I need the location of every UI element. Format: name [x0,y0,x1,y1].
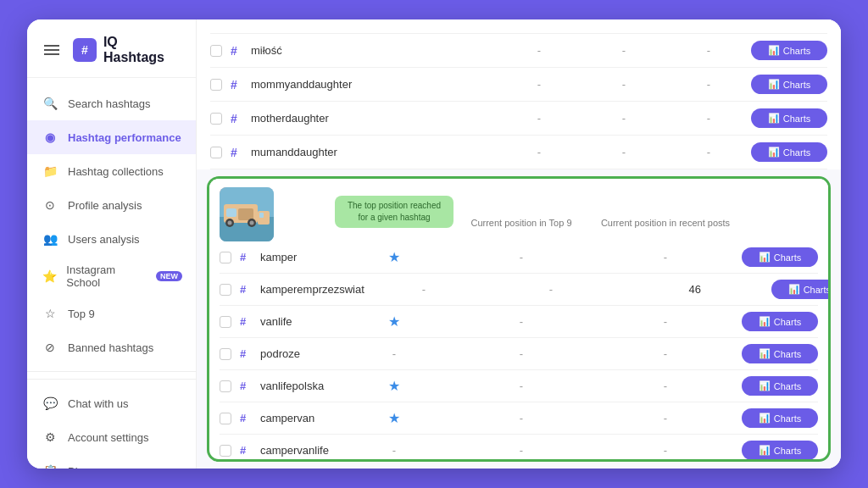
svg-point-6 [228,221,232,225]
charts-button[interactable]: 📊 Charts [742,441,818,460]
charts-button[interactable]: 📊 Charts [751,108,827,128]
sidebar-nav: 🔍 Search hashtags ◉ Hashtag performance … [27,78,196,469]
hamburger-menu[interactable] [41,39,63,61]
row-checkbox[interactable] [220,348,231,360]
sidebar-item-collections[interactable]: 📁 Hashtag collections [27,154,196,188]
row-checkbox[interactable] [220,284,231,296]
sidebar-item-school[interactable]: ⭐ Instagram School NEW [27,256,196,297]
table-row: # podroze - - - 📊 Charts [220,338,818,370]
svg-rect-10 [259,213,264,218]
row-checkbox[interactable] [210,147,222,158]
table-row: # campervan ★ - - 📊 Charts [220,402,818,435]
charts-button[interactable]: 📊 Charts [742,376,818,396]
blog-icon: 📋 [41,462,59,469]
table-row: # miłość - - - 📊 Charts [210,34,827,68]
main-window: # IQ Hashtags 🔍 Search hashtags ◉ Hashta… [27,19,841,469]
row-checkbox[interactable] [210,45,222,57]
sidebar-label-blog: Blog [68,465,90,469]
logo-text: IQ Hashtags [103,35,182,65]
col-recent: - [589,412,742,424]
sidebar-divider [27,371,196,372]
sidebar-label-collections: Hashtag collections [68,165,164,178]
top-rows-header [210,19,827,34]
charts-button[interactable]: 📊 Charts [751,75,827,94]
sidebar-label-profile: Profile analysis [68,199,142,212]
col-dash2: - [581,112,666,125]
school-icon: ⭐ [41,267,58,286]
row-checkbox[interactable] [220,316,231,328]
charts-button[interactable]: 📊 Charts [742,408,818,428]
bar-chart-icon: 📊 [768,79,780,90]
col-top9: - [453,347,589,360]
charts-btn-label: Charts [774,381,801,391]
col-dash2: - [581,44,666,57]
charts-button[interactable]: 📊 Charts [742,247,818,267]
charts-btn-label: Charts [783,80,810,90]
hash-symbol: # [240,380,260,392]
col-dash1: - [497,146,581,158]
col-top9: - [453,251,589,263]
sidebar-label-school: Instagram School [66,263,146,289]
logo-icon: # [73,38,97,62]
row-checkbox[interactable] [220,252,231,263]
col-dash3: - [666,78,751,91]
sidebar-item-account[interactable]: ⚙ Account settings [27,420,196,454]
charts-button[interactable]: 📊 Charts [751,142,827,162]
sidebar-item-users[interactable]: 👥 Users analysis [27,222,196,256]
sidebar-item-banned[interactable]: ⊘ Banned hashtags [27,330,196,364]
col-header-recent: Current position in recent posts [589,218,742,228]
hash-symbol: # [231,78,251,92]
table-row: # kamper ★ - - 📊 Charts [220,241,818,274]
hash-symbol: # [240,412,260,424]
sidebar-label-users: Users analysis [68,233,140,246]
svg-point-8 [250,221,254,225]
hashtag-name: kamper [260,251,335,263]
col-top9: - [453,380,589,392]
sidebar-label-top9: Top 9 [68,308,95,320]
sidebar-item-performance[interactable]: ◉ Hashtag performance [27,120,196,154]
top-rows-area: # miłość - - - 📊 Charts # mommyanddaught… [197,19,841,169]
table-row: # vanlife ★ - - 📊 Charts [220,306,818,338]
bar-chart-icon: 📊 [759,413,771,424]
sidebar-item-profile[interactable]: ⊙ Profile analysis [27,188,196,222]
content-area: # miłość - - - 📊 Charts # mommyanddaught… [197,19,841,469]
row-checkbox[interactable] [210,113,222,125]
table-row: # campervanlife - - - 📊 Charts [220,435,818,462]
charts-btn-label: Charts [804,285,831,295]
logo-area: # IQ Hashtags [27,19,196,78]
charts-btn-label: Charts [774,413,801,424]
sidebar-label-banned: Banned hashtags [68,341,153,354]
bar-chart-icon: 📊 [759,316,771,327]
charts-btn-label: Charts [783,114,810,124]
hashtag-name: motherdaughter [251,112,497,125]
svg-rect-3 [226,208,236,217]
charts-button[interactable]: 📊 Charts [751,41,827,60]
sidebar-item-top9[interactable]: ☆ Top 9 [27,297,196,330]
row-checkbox[interactable] [220,413,231,424]
row-checkbox[interactable] [210,79,222,91]
charts-button[interactable]: 📊 Charts [771,280,831,299]
col-top9: - [483,283,619,296]
performance-icon: ◉ [41,128,59,147]
bar-chart-icon: 📊 [768,147,780,158]
col-top-pos: - [335,347,453,360]
hashtag-name: campervan [260,412,335,424]
svg-rect-4 [238,208,253,220]
star-icon: ★ [335,313,453,330]
hash-symbol: # [231,146,251,159]
col-recent: 46 [619,283,771,296]
col-dash2: - [581,146,666,158]
bar-chart-icon: 📊 [768,45,780,56]
hash-symbol: # [240,444,260,457]
hash-symbol: # [231,112,251,125]
col-recent: - [589,380,742,392]
sidebar-item-blog[interactable]: 📋 Blog [27,454,196,469]
row-checkbox[interactable] [220,445,231,457]
charts-button[interactable]: 📊 Charts [742,312,818,331]
sidebar-item-chat[interactable]: 💬 Chat with us [27,386,196,420]
col-top-pos: - [335,444,453,457]
sidebar-item-search[interactable]: 🔍 Search hashtags [27,86,196,120]
charts-button[interactable]: 📊 Charts [742,344,818,363]
star-icon: ★ [335,249,453,265]
row-checkbox[interactable] [220,380,231,392]
